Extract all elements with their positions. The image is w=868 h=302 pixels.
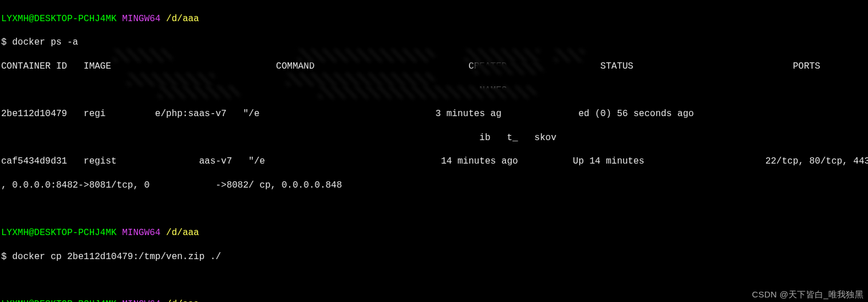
prompt-line: LYXMH@DESKTOP-PCHJ4MK MINGW64 /d/aaa	[1, 299, 867, 302]
h-image: IMAGE	[84, 61, 111, 71]
prompt-symbol: $	[1, 252, 7, 262]
ps1-cmd: "/e	[243, 109, 260, 119]
shell-env: MINGW64	[122, 14, 160, 24]
ps-header: CONTAINER ID IMAGE COMMAND CREATED STATU…	[1, 61, 867, 73]
ps1-image-r: e/php:saas-v7	[155, 109, 227, 119]
redaction-block	[158, 86, 239, 98]
shell-env: MINGW64	[122, 299, 160, 302]
ps-row-2: caf5434d9d31 regist aas-v7 "/e 14 minute…	[1, 156, 867, 168]
redaction-block	[113, 49, 172, 62]
cwd: /d/aaa	[166, 228, 199, 238]
user-host: LYXMH@DESKTOP-PCHJ4MK	[1, 14, 117, 24]
ps-row-1-names: ib t_ skov	[1, 132, 867, 144]
ps2-status: Up 14 minutes	[573, 156, 645, 166]
ps2-image-r: aas-v7	[199, 156, 232, 166]
user-host: LYXMH@DESKTOP-PCHJ4MK	[1, 299, 117, 302]
ps1-created: 3 minutes ag	[436, 109, 502, 119]
prompt-symbol: $	[1, 37, 7, 47]
ps1-status: ed (0) 56 seconds ago	[578, 109, 694, 119]
h-container: CONTAINER ID	[1, 61, 67, 71]
command-line: $ docker cp 2be112d10479:/tmp/ven.zip ./	[1, 251, 867, 263]
prompt-line: LYXMH@DESKTOP-PCHJ4MK MINGW64 /d/aaa	[1, 13, 867, 25]
ps1-names: ib t_ skov	[479, 133, 556, 143]
redaction-block	[318, 86, 536, 98]
redaction-block	[474, 62, 543, 74]
h-status: STATUS	[601, 61, 634, 71]
terminal[interactable]: LYXMH@DESKTOP-PCHJ4MK MINGW64 /d/aaa $ d…	[0, 0, 868, 302]
ps2-cmd: "/e	[248, 156, 265, 166]
ps1-id: 2be112d10479	[1, 109, 67, 119]
cwd: /d/aaa	[166, 14, 199, 24]
ps-row-1: 2be112d10479 regi e/php:saas-v7 "/e 3 mi…	[1, 108, 867, 120]
h-command: COMMAND	[276, 61, 314, 71]
ps-row-2-wrap: , 0.0.0.0:8482->8081/tcp, 0 ->8082/ cp, …	[1, 180, 867, 192]
user-host: LYXMH@DESKTOP-PCHJ4MK	[1, 228, 117, 238]
ps2-ports: 22/tcp, 80/tcp, 443/tc	[766, 156, 868, 166]
shell-env: MINGW64	[122, 228, 160, 238]
ps2-created: 14 minutes ago	[441, 156, 518, 166]
ps2-image-l: regist	[84, 156, 117, 166]
blank-line	[1, 204, 867, 216]
h-ports: PORTS	[793, 61, 820, 71]
redaction-block	[286, 73, 434, 86]
redaction-block	[127, 73, 214, 86]
blank-line	[1, 275, 867, 287]
ps2-id: caf5434d9d31	[1, 156, 67, 166]
watermark: CSDN @天下皆白_唯我独黑	[752, 289, 863, 300]
ps1-image-l: regi	[84, 109, 105, 119]
redaction-block	[298, 49, 434, 62]
prompt-line: LYXMH@DESKTOP-PCHJ4MK MINGW64 /d/aaa	[1, 227, 867, 239]
cwd: /d/aaa	[166, 299, 199, 302]
redaction-block	[465, 49, 539, 62]
command-text: docker cp 2be112d10479:/tmp/ven.zip ./	[12, 252, 221, 262]
redaction-block	[554, 49, 584, 62]
command-line: $ docker ps -a	[1, 37, 867, 49]
command-text: docker ps -a	[12, 37, 78, 47]
